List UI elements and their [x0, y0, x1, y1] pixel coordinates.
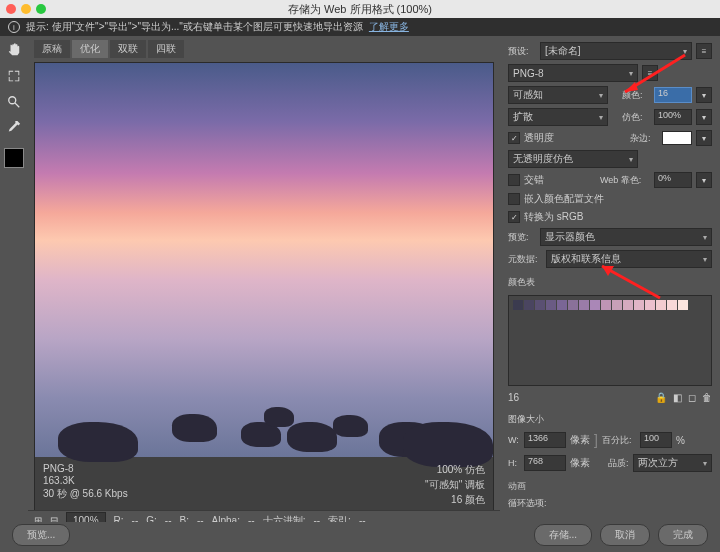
preview-button[interactable]: 预览...	[12, 524, 70, 546]
info-time: 30 秒 @ 56.6 Kbps	[43, 487, 128, 501]
matte-menu-icon[interactable]: ▾	[696, 130, 712, 146]
color-swatch[interactable]	[513, 300, 523, 310]
tab-optimized[interactable]: 优化	[72, 40, 108, 58]
quality-label: 品质:	[608, 457, 629, 470]
percent-unit: %	[676, 435, 685, 446]
maximize-icon[interactable]	[36, 4, 46, 14]
color-swatch[interactable]	[579, 300, 589, 310]
color-swatch[interactable]	[601, 300, 611, 310]
info-colors: 16 颜色	[425, 493, 485, 507]
dither-input[interactable]: 100%	[654, 109, 692, 125]
convert-srgb-checkbox[interactable]	[508, 211, 520, 223]
image-size-label: 图像大小	[508, 413, 712, 426]
color-swatch[interactable]	[535, 300, 545, 310]
preset-label: 预设:	[508, 45, 536, 58]
dither-method-select[interactable]: 扩散	[508, 108, 608, 126]
hint-bar: i 提示: 使用"文件">"导出">"导出为..."或右键单击某个图层可更快速地…	[0, 18, 720, 36]
info-palette: "可感知" 调板	[425, 478, 485, 492]
close-icon[interactable]	[6, 4, 16, 14]
dither-stepper-icon[interactable]: ▾	[696, 109, 712, 125]
dialog-buttons: 预览... 存储... 取消 完成	[0, 522, 720, 548]
dither-label: 仿色:	[622, 111, 650, 124]
titlebar: 存储为 Web 所用格式 (100%)	[0, 0, 720, 18]
tab-2up[interactable]: 双联	[110, 40, 146, 58]
minimize-icon[interactable]	[21, 4, 31, 14]
color-swatch[interactable]	[634, 300, 644, 310]
color-swatch[interactable]	[557, 300, 567, 310]
transparency-checkbox[interactable]	[508, 132, 520, 144]
slice-select-tool[interactable]	[4, 66, 24, 86]
loop-label: 循环选项:	[508, 497, 556, 510]
eyedropper-tool[interactable]	[4, 118, 24, 138]
width-label: W:	[508, 435, 520, 445]
window-controls	[6, 4, 46, 14]
matte-swatch[interactable]	[662, 131, 692, 145]
color-swatch[interactable]	[623, 300, 633, 310]
format-select[interactable]: PNG-8	[508, 64, 638, 82]
map-icon[interactable]: ◧	[673, 392, 682, 403]
embed-profile-checkbox[interactable]	[508, 193, 520, 205]
done-button[interactable]: 完成	[658, 524, 708, 546]
height-input[interactable]: 768	[524, 455, 566, 471]
metadata-select[interactable]: 版权和联系信息	[546, 250, 712, 268]
color-swatch[interactable]	[568, 300, 578, 310]
zoom-tool[interactable]	[4, 92, 24, 112]
lock-icon[interactable]: 🔒	[655, 392, 667, 403]
color-swatch[interactable]	[524, 300, 534, 310]
tab-original[interactable]: 原稿	[34, 40, 70, 58]
colors-stepper-icon[interactable]: ▾	[696, 87, 712, 103]
preview-area[interactable]: PNG-8 163.3K 30 秒 @ 56.6 Kbps 100% 仿色 "可…	[34, 62, 494, 512]
format-menu-icon[interactable]: ≡	[642, 65, 658, 81]
preview-image	[35, 63, 493, 457]
web-snap-label: Web 靠色:	[600, 174, 650, 187]
web-snap-input[interactable]: 0%	[654, 172, 692, 188]
color-table-label: 颜色表	[508, 276, 712, 289]
color-swatch[interactable]	[546, 300, 556, 310]
hand-tool[interactable]	[4, 40, 24, 60]
color-swatch[interactable]	[645, 300, 655, 310]
save-button[interactable]: 存储...	[534, 524, 592, 546]
info-dither: 100% 仿色	[425, 463, 485, 477]
color-swatch[interactable]	[656, 300, 666, 310]
svg-point-0	[9, 97, 16, 104]
info-icon: i	[8, 21, 20, 33]
link-icon[interactable]: ]	[594, 432, 598, 448]
cancel-button[interactable]: 取消	[600, 524, 650, 546]
preset-select[interactable]: [未命名]	[540, 42, 692, 60]
settings-panel: 预设: [未命名] ≡ PNG-8 ≡ 可感知 颜色: 16 ▾ 扩散 仿色: …	[500, 36, 720, 516]
trans-dither-select[interactable]: 无透明度仿色	[508, 150, 638, 168]
quality-select[interactable]: 两次立方	[633, 454, 712, 472]
colors-input[interactable]: 16	[654, 87, 692, 103]
color-swatch[interactable]	[678, 300, 688, 310]
tab-4up[interactable]: 四联	[148, 40, 184, 58]
convert-srgb-label: 转换为 sRGB	[524, 210, 583, 224]
interlaced-checkbox[interactable]	[508, 174, 520, 186]
reduction-select[interactable]: 可感知	[508, 86, 608, 104]
toolbar	[0, 36, 28, 516]
new-color-icon[interactable]: ◻	[688, 392, 696, 403]
trash-icon[interactable]: 🗑	[702, 392, 712, 403]
width-input[interactable]: 1366	[524, 432, 566, 448]
color-swatch[interactable]	[590, 300, 600, 310]
preview-info: PNG-8 163.3K 30 秒 @ 56.6 Kbps 100% 仿色 "可…	[35, 459, 493, 511]
colors-label: 颜色:	[622, 89, 650, 102]
preview-label: 预览:	[508, 231, 536, 244]
color-count: 16	[508, 392, 519, 403]
preview-select[interactable]: 显示器颜色	[540, 228, 712, 246]
web-snap-stepper-icon[interactable]: ▾	[696, 172, 712, 188]
color-swatch[interactable]	[612, 300, 622, 310]
preview-tabs: 原稿 优化 双联 四联	[34, 40, 494, 58]
animation-label: 动画	[508, 480, 712, 493]
learn-more-link[interactable]: 了解更多	[369, 20, 409, 34]
info-format: PNG-8	[43, 463, 128, 474]
window-title: 存储为 Web 所用格式 (100%)	[288, 2, 432, 17]
color-swatch[interactable]	[667, 300, 677, 310]
width-unit: 像素	[570, 433, 590, 447]
height-label: H:	[508, 458, 520, 468]
metadata-label: 元数据:	[508, 253, 542, 266]
foreground-color[interactable]	[4, 148, 24, 168]
info-size: 163.3K	[43, 475, 128, 486]
percent-input[interactable]: 100	[640, 432, 672, 448]
preset-menu-icon[interactable]: ≡	[696, 43, 712, 59]
color-table[interactable]	[508, 295, 712, 386]
